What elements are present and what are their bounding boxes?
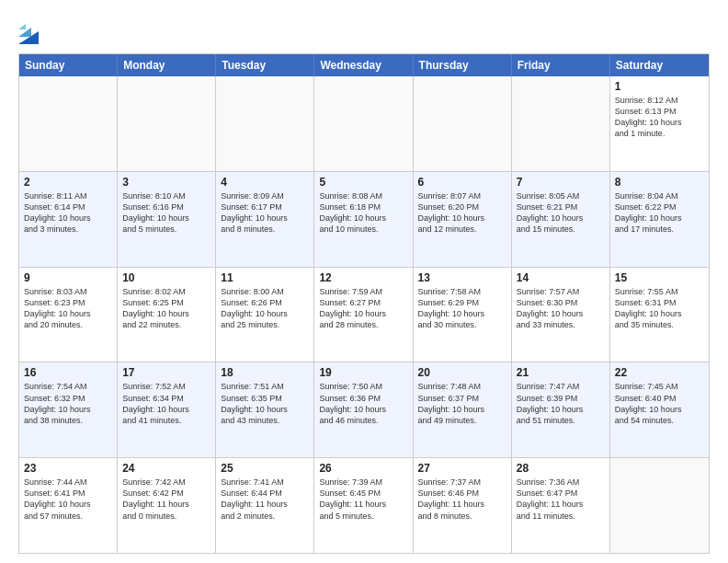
cell-info: Sunrise: 7:58 AM Sunset: 6:29 PM Dayligh… — [418, 286, 506, 331]
svg-marker-2 — [18, 24, 26, 29]
day-number: 6 — [418, 176, 506, 189]
day-number: 9 — [24, 271, 112, 284]
calendar: SundayMondayTuesdayWednesdayThursdayFrid… — [18, 53, 710, 554]
calendar-cell — [414, 76, 512, 171]
calendar-cell: 7Sunrise: 8:05 AM Sunset: 6:21 PM Daylig… — [512, 172, 610, 267]
calendar-cell: 8Sunrise: 8:04 AM Sunset: 6:22 PM Daylig… — [610, 172, 709, 267]
calendar-cell — [216, 76, 314, 171]
cell-info: Sunrise: 7:44 AM Sunset: 6:41 PM Dayligh… — [24, 477, 112, 522]
day-number: 13 — [418, 271, 506, 284]
day-number: 8 — [615, 176, 704, 189]
day-number: 2 — [24, 176, 112, 189]
calendar-header: SundayMondayTuesdayWednesdayThursdayFrid… — [19, 54, 709, 76]
calendar-cell: 21Sunrise: 7:47 AM Sunset: 6:39 PM Dayli… — [512, 362, 610, 457]
calendar-row: 2Sunrise: 8:11 AM Sunset: 6:14 PM Daylig… — [19, 171, 709, 267]
cell-info: Sunrise: 7:37 AM Sunset: 6:46 PM Dayligh… — [418, 477, 506, 522]
calendar-cell: 9Sunrise: 8:03 AM Sunset: 6:23 PM Daylig… — [19, 268, 118, 362]
cell-info: Sunrise: 7:55 AM Sunset: 6:31 PM Dayligh… — [615, 286, 704, 331]
day-number: 1 — [615, 80, 704, 93]
calendar-cell — [512, 76, 610, 171]
cell-info: Sunrise: 8:10 AM Sunset: 6:16 PM Dayligh… — [122, 190, 210, 236]
calendar-header-cell: Tuesday — [216, 54, 314, 76]
calendar-cell — [118, 76, 216, 171]
cell-info: Sunrise: 8:02 AM Sunset: 6:25 PM Dayligh… — [122, 286, 210, 331]
cell-info: Sunrise: 7:59 AM Sunset: 6:27 PM Dayligh… — [319, 286, 407, 331]
logo-icon — [18, 18, 39, 44]
cell-info: Sunrise: 8:11 AM Sunset: 6:14 PM Dayligh… — [24, 190, 112, 236]
calendar-row: 16Sunrise: 7:54 AM Sunset: 6:32 PM Dayli… — [19, 362, 709, 457]
cell-info: Sunrise: 8:08 AM Sunset: 6:18 PM Dayligh… — [319, 190, 407, 236]
calendar-cell: 1Sunrise: 8:12 AM Sunset: 6:13 PM Daylig… — [610, 76, 709, 171]
calendar-cell: 25Sunrise: 7:41 AM Sunset: 6:44 PM Dayli… — [216, 458, 314, 553]
calendar-cell: 22Sunrise: 7:45 AM Sunset: 6:40 PM Dayli… — [610, 362, 709, 457]
day-number: 25 — [221, 462, 309, 475]
day-number: 27 — [418, 462, 506, 475]
cell-info: Sunrise: 7:50 AM Sunset: 6:36 PM Dayligh… — [319, 381, 407, 426]
calendar-header-cell: Friday — [512, 54, 610, 76]
calendar-cell: 11Sunrise: 8:00 AM Sunset: 6:26 PM Dayli… — [216, 268, 314, 362]
calendar-cell: 14Sunrise: 7:57 AM Sunset: 6:30 PM Dayli… — [512, 268, 610, 362]
cell-info: Sunrise: 8:12 AM Sunset: 6:13 PM Dayligh… — [615, 95, 704, 140]
cell-info: Sunrise: 7:41 AM Sunset: 6:44 PM Dayligh… — [221, 477, 309, 522]
day-number: 24 — [122, 462, 210, 475]
calendar-cell: 12Sunrise: 7:59 AM Sunset: 6:27 PM Dayli… — [314, 268, 413, 362]
calendar-cell: 15Sunrise: 7:55 AM Sunset: 6:31 PM Dayli… — [610, 268, 709, 362]
cell-info: Sunrise: 7:51 AM Sunset: 6:35 PM Dayligh… — [221, 381, 309, 426]
calendar-cell: 18Sunrise: 7:51 AM Sunset: 6:35 PM Dayli… — [216, 362, 314, 457]
header — [18, 15, 710, 44]
day-number: 28 — [517, 462, 605, 475]
cell-info: Sunrise: 7:48 AM Sunset: 6:37 PM Dayligh… — [418, 381, 506, 426]
calendar-row: 1Sunrise: 8:12 AM Sunset: 6:13 PM Daylig… — [19, 76, 709, 171]
cell-info: Sunrise: 8:03 AM Sunset: 6:23 PM Dayligh… — [24, 286, 112, 331]
calendar-cell: 3Sunrise: 8:10 AM Sunset: 6:16 PM Daylig… — [118, 172, 216, 267]
cell-info: Sunrise: 8:07 AM Sunset: 6:20 PM Dayligh… — [418, 190, 506, 236]
calendar-header-cell: Wednesday — [314, 54, 413, 76]
calendar-cell — [610, 458, 709, 553]
cell-info: Sunrise: 7:39 AM Sunset: 6:45 PM Dayligh… — [319, 477, 407, 522]
cell-info: Sunrise: 8:09 AM Sunset: 6:17 PM Dayligh… — [221, 190, 309, 236]
day-number: 21 — [517, 366, 605, 379]
calendar-header-cell: Saturday — [610, 54, 709, 76]
cell-info: Sunrise: 7:54 AM Sunset: 6:32 PM Dayligh… — [24, 381, 112, 426]
cell-info: Sunrise: 7:47 AM Sunset: 6:39 PM Dayligh… — [517, 381, 605, 426]
day-number: 15 — [615, 271, 704, 284]
calendar-cell: 17Sunrise: 7:52 AM Sunset: 6:34 PM Dayli… — [118, 362, 216, 457]
day-number: 18 — [221, 366, 309, 379]
calendar-cell: 2Sunrise: 8:11 AM Sunset: 6:14 PM Daylig… — [19, 172, 118, 267]
day-number: 22 — [615, 366, 704, 379]
cell-info: Sunrise: 8:00 AM Sunset: 6:26 PM Dayligh… — [221, 286, 309, 331]
calendar-cell: 16Sunrise: 7:54 AM Sunset: 6:32 PM Dayli… — [19, 362, 118, 457]
day-number: 12 — [319, 271, 407, 284]
cell-info: Sunrise: 7:45 AM Sunset: 6:40 PM Dayligh… — [615, 381, 704, 426]
calendar-cell — [19, 76, 118, 171]
day-number: 17 — [122, 366, 210, 379]
calendar-header-cell: Thursday — [414, 54, 512, 76]
calendar-cell: 23Sunrise: 7:44 AM Sunset: 6:41 PM Dayli… — [19, 458, 118, 553]
day-number: 4 — [221, 176, 309, 189]
calendar-cell: 20Sunrise: 7:48 AM Sunset: 6:37 PM Dayli… — [414, 362, 512, 457]
calendar-header-cell: Sunday — [19, 54, 118, 76]
day-number: 5 — [319, 176, 407, 189]
calendar-row: 23Sunrise: 7:44 AM Sunset: 6:41 PM Dayli… — [19, 457, 709, 553]
logo — [18, 18, 40, 44]
calendar-cell — [314, 76, 413, 171]
day-number: 23 — [24, 462, 112, 475]
calendar-cell: 6Sunrise: 8:07 AM Sunset: 6:20 PM Daylig… — [414, 172, 512, 267]
calendar-row: 9Sunrise: 8:03 AM Sunset: 6:23 PM Daylig… — [19, 267, 709, 362]
day-number: 16 — [24, 366, 112, 379]
day-number: 19 — [319, 366, 407, 379]
day-number: 20 — [418, 366, 506, 379]
calendar-cell: 4Sunrise: 8:09 AM Sunset: 6:17 PM Daylig… — [216, 172, 314, 267]
cell-info: Sunrise: 7:57 AM Sunset: 6:30 PM Dayligh… — [517, 286, 605, 331]
cell-info: Sunrise: 8:05 AM Sunset: 6:21 PM Dayligh… — [517, 190, 605, 236]
cell-info: Sunrise: 7:36 AM Sunset: 6:47 PM Dayligh… — [517, 477, 605, 522]
cell-info: Sunrise: 7:42 AM Sunset: 6:42 PM Dayligh… — [122, 477, 210, 522]
calendar-cell: 10Sunrise: 8:02 AM Sunset: 6:25 PM Dayli… — [118, 268, 216, 362]
calendar-body: 1Sunrise: 8:12 AM Sunset: 6:13 PM Daylig… — [19, 76, 709, 553]
cell-info: Sunrise: 7:52 AM Sunset: 6:34 PM Dayligh… — [122, 381, 210, 426]
calendar-cell: 13Sunrise: 7:58 AM Sunset: 6:29 PM Dayli… — [414, 268, 512, 362]
calendar-cell: 19Sunrise: 7:50 AM Sunset: 6:36 PM Dayli… — [314, 362, 413, 457]
cell-info: Sunrise: 8:04 AM Sunset: 6:22 PM Dayligh… — [615, 190, 704, 236]
calendar-cell: 28Sunrise: 7:36 AM Sunset: 6:47 PM Dayli… — [512, 458, 610, 553]
calendar-cell: 5Sunrise: 8:08 AM Sunset: 6:18 PM Daylig… — [314, 172, 413, 267]
